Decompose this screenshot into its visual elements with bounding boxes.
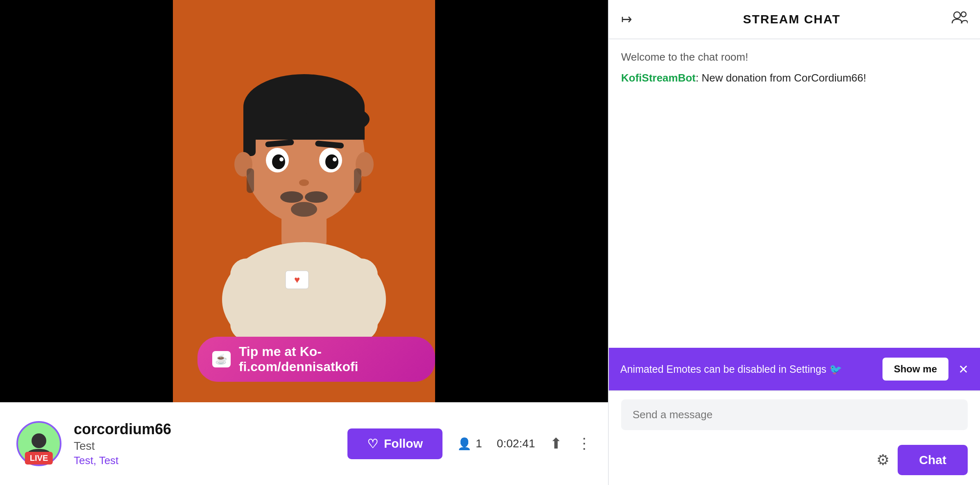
video-section: ♥ xyxy=(0,0,608,485)
chat-collapse-button[interactable]: ↦ xyxy=(621,11,632,27)
streamer-info: corcordium66 Test Test, Test xyxy=(74,421,335,467)
chat-send-button[interactable]: Chat xyxy=(898,445,968,475)
stream-tags: Test, Test xyxy=(74,454,335,467)
viewer-icon: 👤 xyxy=(457,437,472,451)
notification-text: Animated Emotes can be disabled in Setti… xyxy=(620,362,876,376)
follow-label: Follow xyxy=(384,437,423,451)
streamer-name: corcordium66 xyxy=(74,421,335,438)
svg-point-29 xyxy=(961,12,966,17)
live-badge: LIVE xyxy=(25,452,53,465)
svg-text:♥: ♥ xyxy=(294,274,300,285)
tip-text: Tip me at Ko-fi.com/dennisatkofi xyxy=(239,344,420,374)
chat-panel: ↦ STREAM CHAT Welcome to the chat room! … xyxy=(608,0,980,485)
viewer-count: 👤 1 xyxy=(457,437,482,451)
chat-welcome-message: Welcome to the chat room! xyxy=(621,51,968,63)
svg-point-23 xyxy=(305,191,328,203)
svg-point-17 xyxy=(272,154,285,169)
svg-point-21 xyxy=(299,179,309,186)
chat-messages: Welcome to the chat room! KofiStreamBot:… xyxy=(609,39,980,348)
video-center: ♥ xyxy=(173,0,435,402)
chat-footer: ⚙ Chat xyxy=(609,438,980,485)
users-icon xyxy=(951,10,968,25)
chat-header: ↦ STREAM CHAT xyxy=(609,0,980,39)
svg-point-10 xyxy=(304,105,370,134)
bot-name: KofiStreamBot xyxy=(621,72,696,84)
chat-message-input[interactable] xyxy=(621,399,968,430)
chat-notification-banner: Animated Emotes can be disabled in Setti… xyxy=(609,348,980,390)
more-options-button[interactable]: ⋮ xyxy=(577,435,592,452)
chat-title: STREAM CHAT xyxy=(743,12,840,26)
streamer-avatar-icon: LIVE xyxy=(16,421,61,466)
chat-input-area xyxy=(609,390,980,438)
show-me-button[interactable]: Show me xyxy=(882,358,948,381)
svg-rect-25 xyxy=(247,168,254,193)
viewer-number: 1 xyxy=(476,437,482,450)
share-button[interactable]: ⬆ xyxy=(550,435,562,452)
stream-title: Test xyxy=(74,440,335,453)
svg-point-18 xyxy=(325,154,338,169)
info-bar-actions: ♡ Follow 👤 1 0:02:41 ⬆ ⋮ xyxy=(347,428,592,459)
svg-point-28 xyxy=(954,12,960,18)
svg-point-27 xyxy=(32,433,46,448)
follow-button[interactable]: ♡ Follow xyxy=(347,428,442,459)
svg-rect-26 xyxy=(354,168,361,193)
svg-point-19 xyxy=(279,157,284,161)
video-player: ♥ xyxy=(0,0,608,402)
streamer-avatar-image: ♥ xyxy=(206,62,402,340)
chat-settings-button[interactable]: ⚙ xyxy=(876,451,889,469)
chat-message-text: : New donation from CorCordium66! xyxy=(696,72,866,84)
info-bar: LIVE corcordium66 Test Test, Test ♡ Foll… xyxy=(0,402,608,485)
tip-banner[interactable]: ☕ Tip me at Ko-fi.com/dennisatkofi xyxy=(197,337,435,382)
chat-users-button[interactable] xyxy=(951,10,968,29)
tip-icon: ☕ xyxy=(212,351,231,367)
svg-point-22 xyxy=(280,191,303,203)
svg-point-20 xyxy=(333,157,337,161)
svg-rect-8 xyxy=(243,107,256,156)
svg-point-24 xyxy=(291,202,317,217)
heart-icon: ♡ xyxy=(367,437,378,451)
stream-timer: 0:02:41 xyxy=(497,437,535,450)
chat-message: KofiStreamBot: New donation from CorCord… xyxy=(621,70,968,86)
close-notification-button[interactable]: ✕ xyxy=(958,362,969,376)
